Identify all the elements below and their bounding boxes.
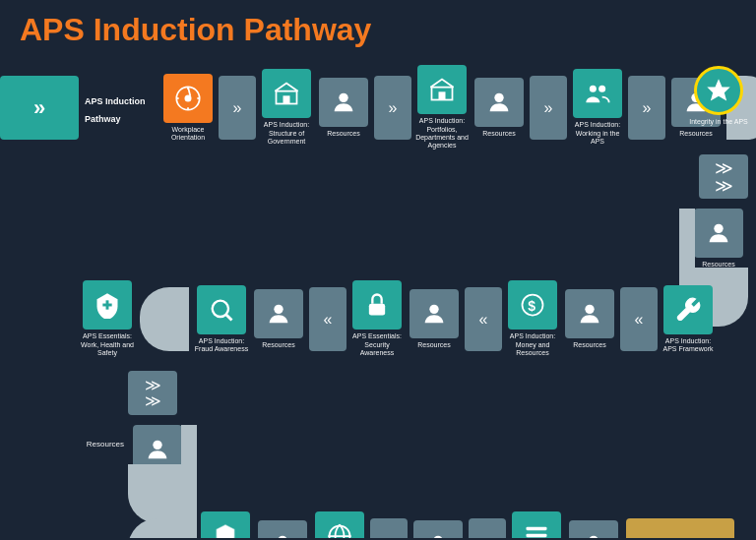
svg-rect-32 <box>527 527 547 531</box>
gold-end-block: » <box>626 518 734 538</box>
module-aps-records[interactable]: APS Essentials: Records Management <box>508 511 565 538</box>
module-aps-portfolios[interactable]: APS Induction: Portfolios, Departments a… <box>413 65 471 150</box>
module-aps-fraud[interactable]: APS Induction: Fraud Awareness <box>193 285 250 354</box>
svg-marker-16 <box>707 79 729 100</box>
module-aps-money[interactable]: $ APS Induction: Money and Resources <box>504 280 561 357</box>
module-resources-9[interactable]: Resources <box>254 520 311 538</box>
arrow-right-b1: » <box>370 518 408 538</box>
arrow-left-3: « <box>620 287 658 351</box>
svg-rect-23 <box>369 304 385 316</box>
down-connector-1: ≫≫ <box>699 154 748 199</box>
module-resources-10[interactable]: Resources <box>410 520 467 538</box>
module-resources-right[interactable]: Resources <box>689 209 748 268</box>
arrow-left-2: « <box>465 287 502 351</box>
arrow-3: » <box>530 76 567 140</box>
module-resources-6[interactable]: Resources <box>406 289 463 349</box>
page-title: APS Induction Pathway <box>0 0 756 56</box>
svg-rect-8 <box>284 96 290 104</box>
module-aps-framework[interactable]: APS Induction: APS Framework <box>660 285 717 354</box>
svg-point-24 <box>429 304 438 313</box>
module-resources-7[interactable]: Resources <box>561 289 618 349</box>
module-aps-security[interactable]: APS Essentials: Security Awareness <box>348 280 406 357</box>
module-whs[interactable]: APS Essentials: Work, Health and Safety <box>79 280 136 357</box>
module-resources-11[interactable]: Resources <box>565 520 622 538</box>
module-integrity[interactable]: Integrity in the APS <box>689 66 748 126</box>
arrow-4: » <box>628 76 665 140</box>
resources-left-label: Resources <box>71 440 124 449</box>
turn-bottom-start <box>128 518 197 538</box>
svg-point-20 <box>213 300 228 316</box>
arrow-left-1: « <box>309 287 346 351</box>
svg-point-13 <box>590 86 597 92</box>
svg-point-29 <box>278 535 286 538</box>
start-connector: » <box>0 76 79 140</box>
module-resources-2[interactable]: Resources <box>471 78 528 138</box>
down-connector-2: ≫≫ <box>128 371 177 415</box>
svg-point-28 <box>153 441 161 450</box>
aps-label: APS Induction Pathway <box>81 90 159 126</box>
pathway-container: » APS Induction Pathway Workplace Orient… <box>0 56 756 538</box>
module-aps-diversity[interactable]: APS Induction: Diversity and Inclusion <box>311 511 368 538</box>
svg-rect-33 <box>527 534 547 538</box>
module-workplace-orientation[interactable]: Workplace Orientation <box>159 74 217 143</box>
svg-line-21 <box>226 314 232 320</box>
arrow-2: » <box>374 76 411 140</box>
svg-point-27 <box>585 304 594 313</box>
arrow-right-b2: » <box>469 518 506 538</box>
svg-point-12 <box>494 92 503 101</box>
svg-point-35 <box>589 535 598 538</box>
svg-point-31 <box>433 535 442 538</box>
module-resources-5[interactable]: Resources <box>250 289 307 349</box>
svg-point-17 <box>714 224 723 233</box>
svg-line-6 <box>188 87 190 95</box>
module-aps-privacy[interactable]: APS Essentials: Privacy Awareness <box>197 511 254 538</box>
turn-left-block <box>140 287 189 351</box>
svg-point-22 <box>274 304 283 313</box>
svg-rect-11 <box>439 92 446 100</box>
svg-point-9 <box>339 92 347 101</box>
svg-text:$: $ <box>528 298 536 314</box>
arrow-1: » <box>219 76 256 140</box>
module-resources-1[interactable]: Resources <box>315 78 372 138</box>
module-aps-working[interactable]: APS Induction: Working in the APS <box>569 69 626 146</box>
module-aps-structure[interactable]: APS Induction: Structure of Government <box>258 69 315 146</box>
svg-point-14 <box>598 86 605 92</box>
